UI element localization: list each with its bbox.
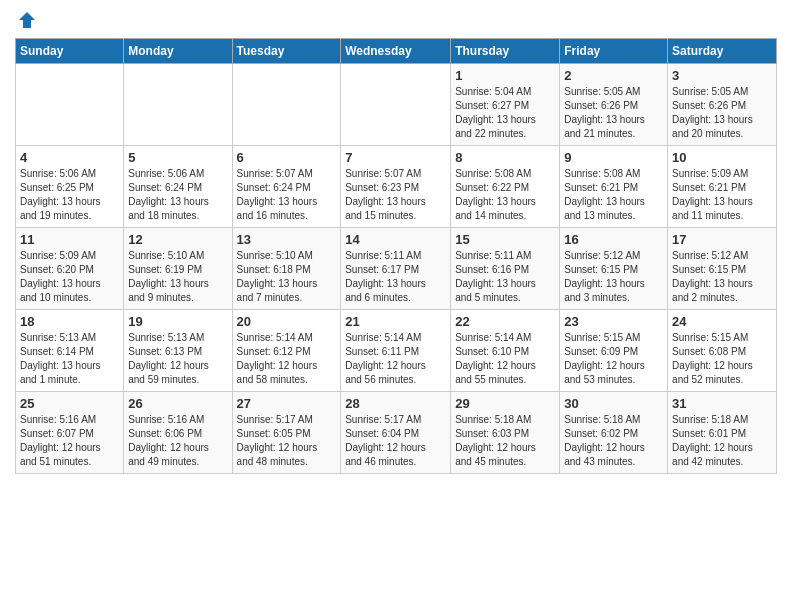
calendar-cell: 25Sunrise: 5:16 AM Sunset: 6:07 PM Dayli… bbox=[16, 392, 124, 474]
week-row-2: 4Sunrise: 5:06 AM Sunset: 6:25 PM Daylig… bbox=[16, 146, 777, 228]
calendar-cell: 7Sunrise: 5:07 AM Sunset: 6:23 PM Daylig… bbox=[341, 146, 451, 228]
day-info: Sunrise: 5:13 AM Sunset: 6:13 PM Dayligh… bbox=[128, 331, 227, 387]
day-info: Sunrise: 5:15 AM Sunset: 6:09 PM Dayligh… bbox=[564, 331, 663, 387]
day-header-friday: Friday bbox=[560, 39, 668, 64]
calendar-cell bbox=[16, 64, 124, 146]
week-row-1: 1Sunrise: 5:04 AM Sunset: 6:27 PM Daylig… bbox=[16, 64, 777, 146]
day-number: 9 bbox=[564, 150, 663, 165]
day-header-monday: Monday bbox=[124, 39, 232, 64]
calendar-cell: 27Sunrise: 5:17 AM Sunset: 6:05 PM Dayli… bbox=[232, 392, 341, 474]
calendar-cell: 22Sunrise: 5:14 AM Sunset: 6:10 PM Dayli… bbox=[451, 310, 560, 392]
calendar-cell: 14Sunrise: 5:11 AM Sunset: 6:17 PM Dayli… bbox=[341, 228, 451, 310]
day-number: 30 bbox=[564, 396, 663, 411]
day-info: Sunrise: 5:14 AM Sunset: 6:11 PM Dayligh… bbox=[345, 331, 446, 387]
day-number: 5 bbox=[128, 150, 227, 165]
day-info: Sunrise: 5:05 AM Sunset: 6:26 PM Dayligh… bbox=[564, 85, 663, 141]
day-info: Sunrise: 5:10 AM Sunset: 6:19 PM Dayligh… bbox=[128, 249, 227, 305]
calendar-cell: 19Sunrise: 5:13 AM Sunset: 6:13 PM Dayli… bbox=[124, 310, 232, 392]
calendar-cell: 17Sunrise: 5:12 AM Sunset: 6:15 PM Dayli… bbox=[668, 228, 777, 310]
day-info: Sunrise: 5:17 AM Sunset: 6:05 PM Dayligh… bbox=[237, 413, 337, 469]
day-number: 2 bbox=[564, 68, 663, 83]
calendar-cell: 10Sunrise: 5:09 AM Sunset: 6:21 PM Dayli… bbox=[668, 146, 777, 228]
day-number: 7 bbox=[345, 150, 446, 165]
day-info: Sunrise: 5:12 AM Sunset: 6:15 PM Dayligh… bbox=[564, 249, 663, 305]
logo bbox=[15, 10, 37, 30]
day-info: Sunrise: 5:17 AM Sunset: 6:04 PM Dayligh… bbox=[345, 413, 446, 469]
day-number: 28 bbox=[345, 396, 446, 411]
logo-icon bbox=[17, 10, 37, 30]
day-number: 11 bbox=[20, 232, 119, 247]
day-number: 13 bbox=[237, 232, 337, 247]
calendar-cell: 26Sunrise: 5:16 AM Sunset: 6:06 PM Dayli… bbox=[124, 392, 232, 474]
day-number: 3 bbox=[672, 68, 772, 83]
calendar-cell: 31Sunrise: 5:18 AM Sunset: 6:01 PM Dayli… bbox=[668, 392, 777, 474]
calendar-cell: 9Sunrise: 5:08 AM Sunset: 6:21 PM Daylig… bbox=[560, 146, 668, 228]
day-number: 17 bbox=[672, 232, 772, 247]
day-info: Sunrise: 5:04 AM Sunset: 6:27 PM Dayligh… bbox=[455, 85, 555, 141]
calendar-cell: 5Sunrise: 5:06 AM Sunset: 6:24 PM Daylig… bbox=[124, 146, 232, 228]
calendar-cell: 24Sunrise: 5:15 AM Sunset: 6:08 PM Dayli… bbox=[668, 310, 777, 392]
calendar-cell: 1Sunrise: 5:04 AM Sunset: 6:27 PM Daylig… bbox=[451, 64, 560, 146]
calendar-cell: 13Sunrise: 5:10 AM Sunset: 6:18 PM Dayli… bbox=[232, 228, 341, 310]
calendar-table: SundayMondayTuesdayWednesdayThursdayFrid… bbox=[15, 38, 777, 474]
day-info: Sunrise: 5:12 AM Sunset: 6:15 PM Dayligh… bbox=[672, 249, 772, 305]
calendar-cell: 20Sunrise: 5:14 AM Sunset: 6:12 PM Dayli… bbox=[232, 310, 341, 392]
day-number: 25 bbox=[20, 396, 119, 411]
day-number: 6 bbox=[237, 150, 337, 165]
day-number: 1 bbox=[455, 68, 555, 83]
calendar-cell: 3Sunrise: 5:05 AM Sunset: 6:26 PM Daylig… bbox=[668, 64, 777, 146]
day-number: 16 bbox=[564, 232, 663, 247]
day-info: Sunrise: 5:16 AM Sunset: 6:07 PM Dayligh… bbox=[20, 413, 119, 469]
calendar-cell: 11Sunrise: 5:09 AM Sunset: 6:20 PM Dayli… bbox=[16, 228, 124, 310]
day-info: Sunrise: 5:09 AM Sunset: 6:21 PM Dayligh… bbox=[672, 167, 772, 223]
day-info: Sunrise: 5:13 AM Sunset: 6:14 PM Dayligh… bbox=[20, 331, 119, 387]
day-number: 19 bbox=[128, 314, 227, 329]
day-number: 15 bbox=[455, 232, 555, 247]
calendar-cell: 8Sunrise: 5:08 AM Sunset: 6:22 PM Daylig… bbox=[451, 146, 560, 228]
day-info: Sunrise: 5:06 AM Sunset: 6:24 PM Dayligh… bbox=[128, 167, 227, 223]
day-number: 14 bbox=[345, 232, 446, 247]
day-number: 22 bbox=[455, 314, 555, 329]
day-info: Sunrise: 5:08 AM Sunset: 6:21 PM Dayligh… bbox=[564, 167, 663, 223]
week-row-4: 18Sunrise: 5:13 AM Sunset: 6:14 PM Dayli… bbox=[16, 310, 777, 392]
day-info: Sunrise: 5:18 AM Sunset: 6:02 PM Dayligh… bbox=[564, 413, 663, 469]
day-header-saturday: Saturday bbox=[668, 39, 777, 64]
week-row-5: 25Sunrise: 5:16 AM Sunset: 6:07 PM Dayli… bbox=[16, 392, 777, 474]
calendar-cell: 29Sunrise: 5:18 AM Sunset: 6:03 PM Dayli… bbox=[451, 392, 560, 474]
calendar-cell: 23Sunrise: 5:15 AM Sunset: 6:09 PM Dayli… bbox=[560, 310, 668, 392]
day-number: 10 bbox=[672, 150, 772, 165]
day-info: Sunrise: 5:10 AM Sunset: 6:18 PM Dayligh… bbox=[237, 249, 337, 305]
day-number: 31 bbox=[672, 396, 772, 411]
day-info: Sunrise: 5:15 AM Sunset: 6:08 PM Dayligh… bbox=[672, 331, 772, 387]
calendar-cell: 28Sunrise: 5:17 AM Sunset: 6:04 PM Dayli… bbox=[341, 392, 451, 474]
day-info: Sunrise: 5:11 AM Sunset: 6:17 PM Dayligh… bbox=[345, 249, 446, 305]
calendar-cell: 4Sunrise: 5:06 AM Sunset: 6:25 PM Daylig… bbox=[16, 146, 124, 228]
day-number: 8 bbox=[455, 150, 555, 165]
header-row: SundayMondayTuesdayWednesdayThursdayFrid… bbox=[16, 39, 777, 64]
day-info: Sunrise: 5:07 AM Sunset: 6:24 PM Dayligh… bbox=[237, 167, 337, 223]
calendar-cell bbox=[124, 64, 232, 146]
calendar-cell: 6Sunrise: 5:07 AM Sunset: 6:24 PM Daylig… bbox=[232, 146, 341, 228]
calendar-cell: 2Sunrise: 5:05 AM Sunset: 6:26 PM Daylig… bbox=[560, 64, 668, 146]
day-info: Sunrise: 5:11 AM Sunset: 6:16 PM Dayligh… bbox=[455, 249, 555, 305]
day-info: Sunrise: 5:08 AM Sunset: 6:22 PM Dayligh… bbox=[455, 167, 555, 223]
day-header-thursday: Thursday bbox=[451, 39, 560, 64]
day-number: 23 bbox=[564, 314, 663, 329]
day-info: Sunrise: 5:18 AM Sunset: 6:01 PM Dayligh… bbox=[672, 413, 772, 469]
calendar-cell: 21Sunrise: 5:14 AM Sunset: 6:11 PM Dayli… bbox=[341, 310, 451, 392]
day-number: 26 bbox=[128, 396, 227, 411]
day-info: Sunrise: 5:16 AM Sunset: 6:06 PM Dayligh… bbox=[128, 413, 227, 469]
day-number: 24 bbox=[672, 314, 772, 329]
header bbox=[15, 10, 777, 30]
day-header-tuesday: Tuesday bbox=[232, 39, 341, 64]
svg-marker-0 bbox=[19, 12, 35, 28]
day-info: Sunrise: 5:06 AM Sunset: 6:25 PM Dayligh… bbox=[20, 167, 119, 223]
day-header-sunday: Sunday bbox=[16, 39, 124, 64]
day-number: 4 bbox=[20, 150, 119, 165]
calendar-cell bbox=[341, 64, 451, 146]
day-number: 21 bbox=[345, 314, 446, 329]
day-info: Sunrise: 5:07 AM Sunset: 6:23 PM Dayligh… bbox=[345, 167, 446, 223]
calendar-cell: 30Sunrise: 5:18 AM Sunset: 6:02 PM Dayli… bbox=[560, 392, 668, 474]
day-header-wednesday: Wednesday bbox=[341, 39, 451, 64]
day-info: Sunrise: 5:14 AM Sunset: 6:12 PM Dayligh… bbox=[237, 331, 337, 387]
